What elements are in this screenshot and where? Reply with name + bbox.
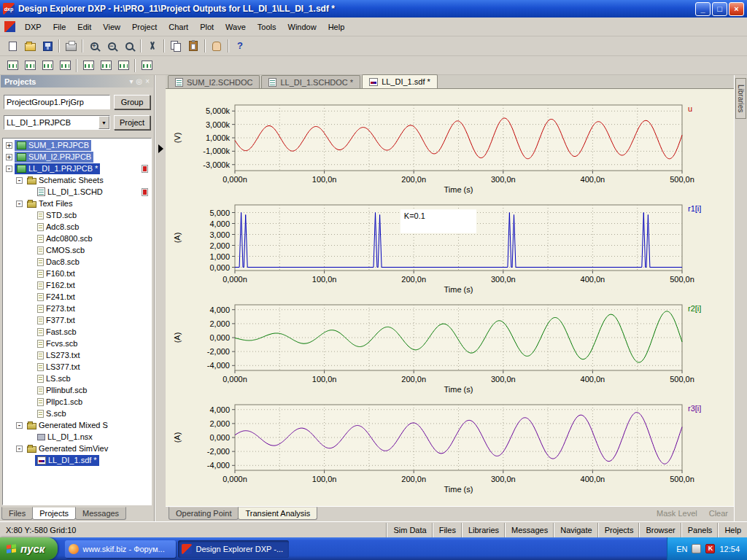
wave-stack-icon[interactable]	[97, 58, 115, 74]
menu-chart[interactable]: Chart	[163, 20, 194, 34]
status-button-navigate[interactable]: Navigate	[554, 523, 597, 537]
start-button[interactable]: пуск	[0, 537, 58, 560]
new-icon[interactable]	[4, 38, 21, 54]
menu-view[interactable]: View	[97, 20, 126, 34]
expander-icon[interactable]: -	[16, 177, 23, 184]
tree-item[interactable]: LS273.txt	[3, 349, 151, 361]
maximize-button[interactable]: □	[712, 2, 727, 16]
panel-splitter[interactable]	[155, 75, 166, 521]
tree-item[interactable]: Pllpc1.scb	[3, 396, 151, 408]
tree-item[interactable]: Adc8.scb	[3, 221, 151, 233]
menu-tools[interactable]: Tools	[252, 20, 282, 34]
document-tab-ll-di-1-sdf[interactable]: LL_DI_1.sdf *	[362, 74, 438, 88]
expander-icon[interactable]: -	[6, 166, 12, 172]
menu-dxp[interactable]: DXP	[19, 20, 47, 34]
panel-menu-icon[interactable]: ▾	[129, 77, 133, 85]
panel-tab-messages[interactable]: Messages	[75, 507, 126, 520]
project-group-value[interactable]	[4, 95, 110, 109]
status-button-panels[interactable]: Panels	[681, 523, 719, 537]
project-combo-value[interactable]	[4, 115, 110, 130]
status-button-messages[interactable]: Messages	[505, 523, 554, 537]
tree-item[interactable]: -Schematic Sheets	[3, 174, 151, 186]
tree-item[interactable]: LL_DI_1.SCHD	[3, 186, 151, 198]
chart-plot-r3-i[interactable]: 4,0002,0000,000-2,000-4,0000,000n100,0n2…	[166, 402, 734, 502]
menu-edit[interactable]: Edit	[71, 20, 97, 34]
tree-item[interactable]: +SUM_1.PRJPCB	[3, 139, 151, 151]
close-button[interactable]: ×	[729, 2, 744, 16]
panel-close-icon[interactable]: ×	[145, 77, 150, 85]
expander-icon[interactable]: +	[6, 154, 12, 160]
document-tab-ll-di-1-schdoc[interactable]: LL_DI_1.SCHDOC *	[261, 75, 360, 88]
tree-item[interactable]: Dac8.scb	[3, 256, 151, 268]
tree-item[interactable]: F162.txt	[3, 279, 151, 291]
document-tab-sum-i2-schdoc[interactable]: SUM_I2.SCHDOC	[168, 75, 260, 88]
tree-item[interactable]: F273.txt	[3, 303, 151, 314]
menu-wave[interactable]: Wave	[220, 20, 252, 34]
tree-item[interactable]: +SUM_I2.PRJPCB	[3, 151, 151, 163]
clear-button[interactable]: Clear	[703, 507, 734, 520]
tree-item[interactable]: LS.scb	[3, 373, 151, 384]
status-button-browser[interactable]: Browser	[639, 523, 681, 537]
libraries-tab[interactable]: Libraries	[735, 78, 746, 119]
wave-new-icon[interactable]	[4, 58, 21, 74]
tree-item[interactable]: Fcvs.scb	[3, 338, 151, 349]
tree-item[interactable]: Adc0800.scb	[3, 233, 151, 244]
cut-icon[interactable]	[144, 38, 161, 54]
wave-fit-icon[interactable]	[56, 58, 74, 74]
expander-icon[interactable]: -	[16, 446, 23, 452]
panel-tab-files[interactable]: Files	[1, 507, 33, 520]
collapse-arrow-icon[interactable]	[158, 144, 163, 153]
tree-item[interactable]: LL_DI_1.sdf *	[3, 454, 151, 466]
project-group-combo[interactable]	[4, 95, 110, 109]
minimize-button[interactable]: _	[695, 2, 711, 16]
analysis-tab-transient-analysis[interactable]: Transient Analysis	[238, 507, 317, 520]
paste-icon[interactable]	[185, 38, 202, 54]
taskbar-task-www-skif-biz[interactable]: www.skif.biz - Форум...	[65, 540, 176, 558]
expander-icon[interactable]: -	[16, 422, 23, 429]
taskbar-task-design-explorer-dxp[interactable]: Design Explorer DXP -...	[178, 540, 289, 558]
status-button-files[interactable]: Files	[433, 523, 462, 537]
zoom-window-icon[interactable]	[120, 38, 138, 54]
tree-item[interactable]: Pllinbuf.scb	[3, 384, 151, 396]
pan-icon[interactable]	[208, 38, 225, 54]
print-icon[interactable]	[62, 38, 80, 54]
wave-search-icon[interactable]	[138, 58, 155, 74]
project-button[interactable]: Project	[114, 115, 150, 130]
chevron-down-icon[interactable]: ▼	[98, 116, 109, 129]
wave-grid-icon[interactable]	[21, 58, 39, 74]
tree-item[interactable]: LL_DI_1.nsx	[3, 431, 151, 443]
tree-item[interactable]: LS377.txt	[3, 361, 151, 373]
tree-item[interactable]: STD.scb	[3, 209, 151, 221]
tree-item[interactable]: F377.txt	[3, 314, 151, 326]
tree-item[interactable]: Fast.scb	[3, 326, 151, 338]
chart-plot-r2-i[interactable]: 4,0002,0000,000-2,000-4,0000,000n100,0n2…	[166, 302, 734, 402]
menu-file[interactable]: File	[47, 20, 72, 34]
tray-antivirus-icon[interactable]: K	[705, 544, 715, 553]
menu-plot[interactable]: Plot	[194, 20, 220, 34]
menu-help[interactable]: Help	[322, 20, 351, 34]
tree-item[interactable]: S.scb	[3, 408, 151, 419]
analysis-tab-operating-point[interactable]: Operating Point	[169, 507, 239, 520]
group-button[interactable]: Group	[114, 95, 150, 109]
status-button-libraries[interactable]: Libraries	[462, 523, 505, 537]
save-icon[interactable]	[39, 38, 56, 54]
tree-item[interactable]: F241.txt	[3, 291, 151, 303]
copy-icon[interactable]	[167, 38, 185, 54]
menu-window[interactable]: Window	[282, 20, 322, 34]
tree-item[interactable]: F160.txt	[3, 268, 151, 279]
menu-project[interactable]: Project	[126, 20, 163, 34]
wave-export-icon[interactable]	[115, 58, 132, 74]
keyboard-layout-indicator[interactable]: EN	[676, 545, 687, 553]
status-button-help[interactable]: Help	[718, 523, 747, 537]
status-button-projects[interactable]: Projects	[598, 523, 640, 537]
tray-shield-icon[interactable]	[692, 544, 701, 553]
zoom-in-icon[interactable]	[85, 38, 103, 54]
wave-cursor-icon[interactable]	[39, 58, 56, 74]
tree-item[interactable]: -LL_DI_1.PRJPCB *	[3, 163, 151, 174]
pin-icon[interactable]: ◎	[136, 77, 142, 85]
tree-item[interactable]: -Generated SimViev	[3, 443, 151, 454]
open-icon[interactable]	[21, 38, 39, 54]
expander-icon[interactable]: -	[16, 201, 23, 207]
tree-item[interactable]: -Text Files	[3, 198, 151, 209]
chart-plot-u[interactable]: 5,000k3,000k1,000k-1,000k-3,000k0,000n10…	[166, 102, 734, 202]
